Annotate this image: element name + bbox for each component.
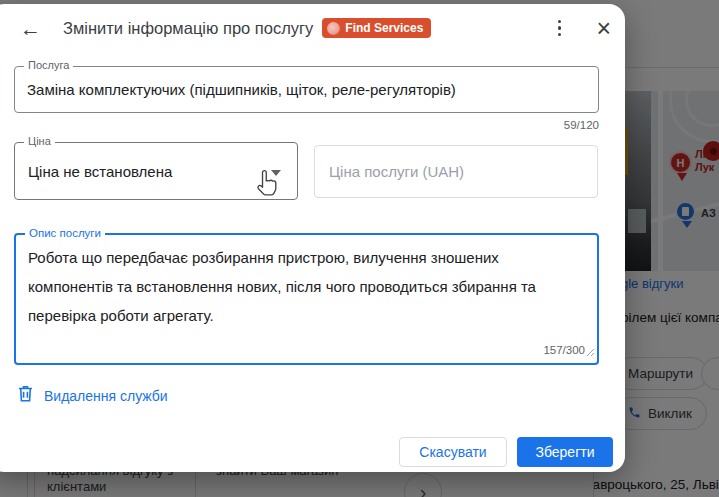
brain-icon [327, 22, 340, 35]
price-value-field[interactable] [314, 145, 598, 198]
find-services-badge[interactable]: Find Services [322, 18, 431, 38]
description-textarea[interactable]: Робота що передбачає розбирання пристрою… [16, 243, 593, 339]
back-arrow-icon[interactable]: ← [20, 18, 41, 39]
edit-service-dialog: ← Змінити інформацію про послугу Find Se… [0, 4, 625, 472]
description-char-counter: 157/300 [543, 344, 585, 356]
service-name-label: Послуга [24, 59, 73, 71]
close-icon[interactable]: × [596, 16, 611, 41]
chevron-down-icon [271, 170, 281, 176]
description-field[interactable]: Опис послуги Робота що передбачає розбир… [14, 233, 599, 365]
more-options-icon[interactable] [554, 16, 566, 41]
price-value-input[interactable] [315, 146, 597, 197]
cancel-button[interactable]: Скасувати [399, 437, 507, 467]
price-type-select[interactable]: Ціна Ціна не встановлена [14, 142, 298, 200]
badge-label: Find Services [345, 21, 423, 35]
service-name-input[interactable] [15, 67, 598, 112]
dialog-title: Змінити інформацію про послугу [63, 19, 313, 38]
service-char-counter: 59/120 [564, 119, 599, 131]
price-type-value: Ціна не встановлена [28, 163, 172, 180]
service-name-field[interactable]: Послуга [14, 66, 599, 113]
screen: H Лі Лук АЗ gle відгуки і рілем цієї ком… [0, 0, 719, 497]
description-label: Опис послуги [25, 227, 105, 239]
delete-service-label: Видалення служби [44, 388, 168, 404]
dialog-header: ← Змінити інформацію про послугу Find Se… [20, 12, 613, 44]
save-button[interactable]: Зберегти [517, 437, 613, 467]
price-type-label: Ціна [24, 135, 55, 147]
trash-icon [18, 385, 33, 406]
resize-handle[interactable] [586, 343, 595, 361]
delete-service-link[interactable]: Видалення служби [18, 385, 168, 406]
